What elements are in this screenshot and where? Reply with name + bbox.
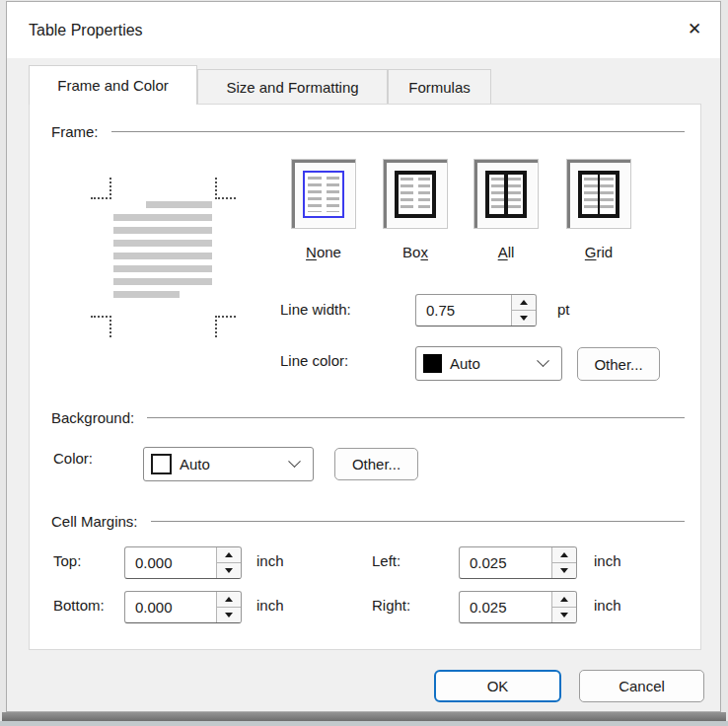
line-width-input[interactable] — [416, 295, 511, 326]
margin-right-label: Right: — [372, 597, 410, 615]
down-arrow-icon — [560, 568, 568, 573]
label-accesskey: N — [306, 244, 317, 260]
frame-setting-box-label[interactable]: Box — [383, 244, 448, 261]
background-color-other-button[interactable]: Other... — [334, 448, 418, 480]
tab-frame-and-color[interactable]: Frame and Color — [29, 65, 197, 105]
margin-right-spinner — [551, 592, 576, 622]
margin-top-input[interactable] — [125, 547, 216, 578]
tab-label: Formulas — [408, 79, 471, 96]
line-color-combobox[interactable]: Auto — [415, 346, 562, 381]
preview-text-lines — [113, 201, 212, 304]
preview-text-line — [146, 201, 212, 208]
up-arrow-icon — [225, 552, 233, 557]
preview-text-line — [113, 265, 212, 272]
margin-right-spinfield — [459, 591, 577, 623]
frame-all-icon — [485, 171, 527, 218]
button-label: OK — [487, 678, 509, 694]
frame-setting-grid-label[interactable]: Grid — [566, 244, 631, 261]
margin-bottom-label: Bottom: — [53, 597, 105, 615]
desktop-background — [0, 721, 728, 726]
line-width-unit: pt — [557, 301, 570, 319]
group-divider-line — [111, 131, 685, 132]
spin-up-button[interactable] — [217, 547, 241, 562]
frame-none-icon — [303, 171, 344, 218]
frame-group-header: Frame: — [51, 122, 685, 140]
button-label: Other... — [594, 356, 642, 373]
spin-up-button[interactable] — [217, 592, 241, 607]
tab-formulas[interactable]: Formulas — [388, 69, 491, 105]
tab-label: Frame and Color — [57, 77, 169, 94]
tab-label: Size and Formatting — [226, 79, 358, 96]
margin-top-spinfield — [124, 546, 242, 579]
up-arrow-icon — [520, 300, 528, 305]
chevron-down-icon — [288, 455, 301, 468]
frame-setting-all-button[interactable] — [473, 159, 539, 229]
spin-down-button[interactable] — [217, 562, 241, 578]
line-color-other-button[interactable]: Other... — [577, 347, 660, 381]
line-color-value: Auto — [450, 355, 539, 372]
spin-down-button[interactable] — [512, 310, 536, 326]
down-arrow-icon — [520, 316, 528, 321]
preview-text-line — [113, 253, 212, 259]
frame-box-icon — [395, 171, 436, 218]
up-arrow-icon — [560, 552, 568, 557]
cancel-button[interactable]: Cancel — [579, 670, 704, 702]
margin-left-unit: inch — [594, 552, 621, 570]
screen: Table Properties ✕ Frame and Color Size … — [0, 0, 728, 726]
down-arrow-icon — [560, 613, 568, 617]
frame-setting-none-label[interactable]: None — [291, 244, 356, 261]
ok-button[interactable]: OK — [434, 670, 561, 702]
crop-mark-bottom-right-icon — [215, 316, 236, 337]
line-width-spinfield — [415, 294, 537, 327]
frame-setting-all-label[interactable]: All — [473, 244, 539, 261]
group-divider-line — [151, 521, 685, 522]
frame-setting-none-button[interactable] — [291, 159, 356, 229]
margin-right-unit: inch — [594, 597, 621, 615]
tab-page-frame-and-color: Frame: — [29, 104, 701, 650]
spin-down-button[interactable] — [552, 607, 576, 622]
cell-margins-group-header: Cell Margins: — [51, 512, 685, 530]
spin-down-button[interactable] — [217, 607, 241, 622]
background-color-label: Color: — [53, 450, 93, 468]
title-bar: Table Properties — [7, 2, 720, 58]
crop-mark-bottom-left-icon — [91, 316, 111, 337]
label-text: ll — [508, 244, 515, 260]
label-text: Bo — [402, 244, 420, 260]
dialog-title: Table Properties — [29, 22, 143, 39]
background-color-swatch — [151, 454, 172, 474]
spin-down-button[interactable] — [552, 562, 576, 578]
button-label: Other... — [352, 456, 400, 472]
frame-setting-box-button[interactable] — [383, 159, 448, 229]
margin-bottom-input[interactable] — [125, 592, 216, 622]
label-accesskey: A — [498, 244, 508, 260]
down-arrow-icon — [225, 568, 233, 573]
margin-top-label: Top: — [53, 552, 81, 570]
spin-up-button[interactable] — [552, 592, 576, 607]
button-label: Cancel — [619, 678, 665, 694]
line-color-swatch — [423, 354, 442, 373]
margin-right-input[interactable] — [460, 592, 551, 622]
background-color-combobox[interactable]: Auto — [143, 447, 314, 481]
up-arrow-icon — [225, 597, 233, 602]
frame-setting-grid-button[interactable] — [566, 159, 631, 229]
spin-up-button[interactable] — [552, 547, 576, 562]
close-icon: ✕ — [688, 19, 701, 39]
margin-bottom-spinfield — [124, 591, 242, 623]
line-width-label: Line width: — [280, 301, 351, 319]
up-arrow-icon — [560, 597, 568, 602]
tab-size-and-formatting[interactable]: Size and Formatting — [197, 69, 388, 105]
preview-text-line — [113, 214, 212, 221]
label-text: one — [317, 244, 341, 260]
line-width-spinner — [511, 295, 536, 326]
preview-text-line — [113, 227, 212, 234]
crop-mark-top-right-icon — [215, 178, 236, 199]
close-button[interactable]: ✕ — [677, 11, 712, 46]
frame-group-label: Frame: — [51, 123, 99, 140]
preview-text-line — [113, 278, 212, 285]
spin-up-button[interactable] — [512, 295, 536, 310]
table-properties-dialog: Table Properties ✕ Frame and Color Size … — [6, 1, 721, 712]
margin-left-spinfield — [459, 546, 577, 579]
margin-left-input[interactable] — [460, 547, 551, 578]
background-color-value: Auto — [180, 456, 290, 472]
preview-text-line — [113, 240, 212, 247]
